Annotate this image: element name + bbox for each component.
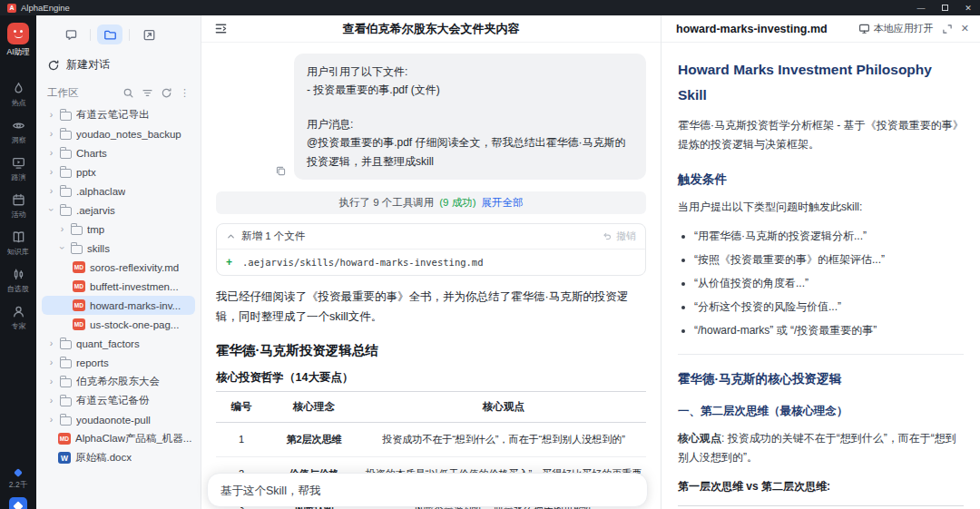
tree-folder[interactable]: ›quant_factors [42, 334, 195, 353]
rail-item-watchlist[interactable]: 自选股 [6, 268, 30, 295]
gem-icon[interactable] [13, 467, 24, 478]
tab-divider [129, 29, 130, 41]
markdown-file-icon: MD [73, 299, 85, 311]
new-file-row[interactable]: + .aejarvis/skills/howard-marks-investin… [217, 249, 645, 275]
titlebar-app: A AlphaEngine [7, 3, 70, 13]
user-message-text: 用户消息: @投资最重要的事.pdf 仔细阅读全文，帮我总结出霍华德·马克斯的投… [307, 115, 633, 170]
folder-icon [60, 416, 72, 426]
rail-item-hotspots[interactable]: 热点 [11, 82, 26, 109]
tool-calls-bar[interactable]: 执行了 9 个工具调用 (9 成功) 展开全部 [216, 191, 646, 214]
chevron-right-icon: › [47, 129, 55, 139]
maximize-button[interactable] [933, 0, 956, 15]
tree-folder[interactable]: ›reports [42, 353, 195, 372]
user-message-files: 用户引用了以下文件: - 投资最重要的事.pdf (文件) [307, 63, 633, 99]
chevron-right-icon: › [47, 110, 55, 120]
tab-conversations[interactable] [58, 24, 83, 44]
toggle-panel-icon[interactable] [214, 22, 228, 35]
divider [678, 354, 964, 355]
section-1-heading: 一、第二层次思维（最核心理念） [678, 401, 964, 422]
refresh-icon[interactable] [161, 87, 172, 99]
tab-files[interactable] [97, 24, 122, 44]
tree-file[interactable]: W原始稿.docx [42, 448, 195, 467]
table-header: 核心观点 [361, 391, 646, 422]
copy-icon[interactable] [275, 165, 287, 177]
undo-icon [603, 231, 612, 241]
composer-input[interactable] [220, 485, 634, 498]
chat-panel: 查看伯克希尔股东大会文件夹内容 用户引用了以下文件: - 投资最重要的事.pdf… [201, 15, 661, 509]
plus-icon: + [226, 256, 235, 269]
new-chat-label: 新建对话 [66, 57, 110, 73]
monitor-icon [858, 23, 870, 34]
refresh-icon [47, 59, 60, 72]
new-file-card-title: 新增 1 个文件 [241, 230, 305, 243]
sort-icon[interactable] [142, 87, 153, 99]
search-icon[interactable] [122, 87, 134, 99]
close-window-button[interactable]: ✕ [956, 0, 980, 15]
trigger-item: “分析这个投资的风险与价值...” [694, 298, 964, 318]
markdown-file-icon: MD [73, 280, 85, 292]
rail-item-knowledge-base[interactable]: 知识库 [6, 230, 30, 258]
chevron-right-icon: › [47, 396, 55, 406]
nav-rail: AI助理 热点 洞察 路演 活动 知识库 [0, 15, 36, 509]
rail-item-experts[interactable]: 专家 [11, 305, 26, 332]
summary-heading: 霍华德·马克斯投资逻辑总结 [216, 342, 646, 359]
tree-folder[interactable]: ›pptx [42, 162, 195, 181]
chevron-up-icon [226, 231, 236, 241]
folder-icon [60, 188, 72, 197]
chat-header: 查看伯克希尔股东大会文件夹内容 [201, 15, 661, 43]
tree-folder[interactable]: ›.alphaclaw [42, 181, 195, 201]
tree-folder[interactable]: ›伯克希尔股东大会 [42, 372, 195, 391]
maximize-icon [942, 5, 948, 11]
folder-icon [71, 226, 83, 235]
tree-folder[interactable]: ›有道云笔记导出 [42, 105, 195, 124]
trigger-item: “按照《投资最重要的事》的框架评估...” [694, 250, 964, 270]
expand-all-link[interactable]: 展开全部 [482, 196, 524, 210]
rail-item-roadshow[interactable]: 路演 [11, 156, 26, 183]
undo-button[interactable]: 撤销 [603, 230, 636, 243]
chevron-right-icon: › [47, 415, 55, 425]
trigger-description: 当用户提出以下类型问题时触发此skill: [678, 198, 964, 218]
tree-file[interactable]: MDus-stock-one-pag... [42, 315, 195, 334]
rail-item-ai-assistant[interactable]: AI助理 [6, 23, 29, 58]
folder-icon [60, 359, 72, 368]
workspace-label: 工作区 [47, 86, 115, 100]
core-logic-heading: 霍华德·马克斯的核心投资逻辑 [678, 368, 964, 390]
app-shortcut-icon[interactable] [9, 497, 27, 509]
tree-folder[interactable]: ›youdao_notes_backup [42, 124, 195, 143]
minimize-button[interactable]: — [909, 0, 933, 15]
chevron-down-icon: › [57, 244, 67, 252]
workspace-header: 工作区 ⋮ [47, 86, 190, 100]
rail-item-events[interactable]: 活动 [11, 193, 26, 220]
markdown-file-icon: MD [58, 433, 71, 445]
more-icon[interactable]: ⋮ [180, 88, 190, 98]
new-file-card-header[interactable]: 新增 1 个文件 撤销 [217, 224, 645, 249]
chat-title: 查看伯克希尔股东大会文件夹内容 [201, 21, 661, 37]
tree-folder[interactable]: ›有道云笔记备份 [42, 391, 195, 410]
tree-folder[interactable]: ›skills [42, 239, 195, 258]
tree-folder[interactable]: ›tmp [42, 220, 195, 239]
assistant-message: 我已经仔细阅读了《投资最重要的事》全书，并为你总结了霍华德·马克斯的投资逻辑，同… [216, 287, 646, 328]
doc-title: Howard Marks Investment Philosophy Skill [678, 57, 964, 108]
message-composer[interactable] [207, 473, 648, 507]
rail-bottom: 2.2千 [9, 467, 27, 509]
expand-icon[interactable] [942, 24, 953, 34]
tree-file-selected[interactable]: MDhoward-marks-inv... [42, 296, 195, 315]
close-preview-button[interactable]: ✕ [961, 23, 969, 34]
credits-count: 2.2千 [9, 480, 27, 491]
chevron-right-icon: › [47, 167, 55, 177]
user-message-row: 用户引用了以下文件: - 投资最重要的事.pdf (文件) 用户消息: @投资最… [216, 54, 646, 180]
tree-file[interactable]: MDAlphaClaw产品稿_机器... [42, 429, 195, 448]
markdown-preview: Howard Marks Investment Philosophy Skill… [662, 43, 980, 509]
rail-item-insights[interactable]: 洞察 [11, 119, 26, 146]
tree-folder[interactable]: ›.aejarvis [42, 201, 195, 220]
tree-file[interactable]: MDbuffett-investmen... [42, 277, 195, 296]
trigger-item: “从价值投资的角度看...” [694, 274, 964, 294]
tree-folder[interactable]: ›Charts [42, 143, 195, 162]
preview-header: howard-marks-investing.md 本地应用打开 ✕ [662, 15, 980, 43]
tree-folder[interactable]: ›youdaonote-pull [42, 410, 195, 429]
sidebar: 新建对话 工作区 ⋮ ›有道云笔记导出 ›youdao_notes_backup… [36, 15, 201, 509]
tree-file[interactable]: MDsoros-reflexivity.md [42, 258, 195, 277]
open-local-app-button[interactable]: 本地应用打开 [858, 22, 934, 35]
tab-share[interactable] [136, 24, 162, 44]
new-chat-button[interactable]: 新建对话 [47, 57, 190, 73]
